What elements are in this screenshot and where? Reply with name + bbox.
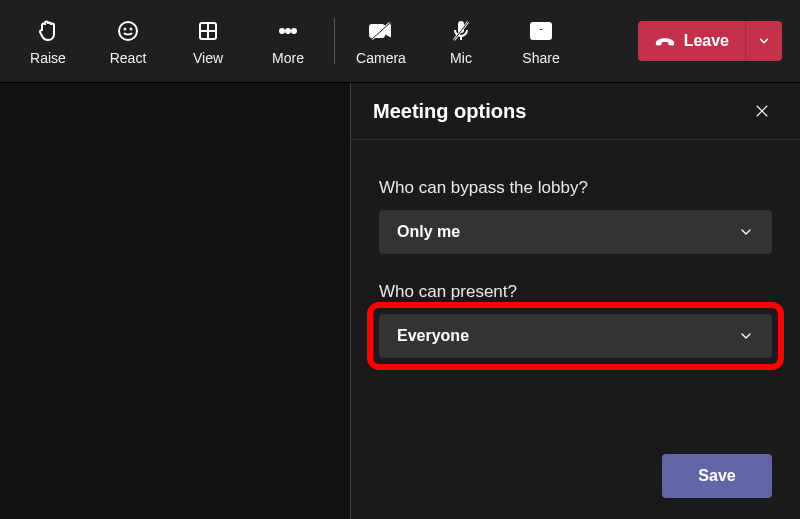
mic-off-icon [449, 16, 473, 46]
who-can-present-value: Everyone [397, 327, 469, 345]
who-can-present-dropdown[interactable]: Everyone [379, 314, 772, 358]
hand-icon [36, 16, 60, 46]
chevron-down-icon [757, 34, 771, 48]
leave-options-button[interactable] [745, 21, 782, 61]
share-button[interactable]: Share [501, 11, 581, 71]
mic-label: Mic [450, 50, 472, 66]
svg-point-7 [286, 29, 290, 33]
leave-label: Leave [684, 32, 729, 50]
chevron-down-icon [738, 328, 754, 344]
leave-button-group: Leave [638, 21, 782, 61]
view-button[interactable]: View [168, 11, 248, 71]
lobby-bypass-dropdown[interactable]: Only me [379, 210, 772, 254]
grid-icon [196, 16, 220, 46]
close-panel-button[interactable] [750, 99, 774, 123]
meeting-toolbar: Raise React View [0, 0, 800, 83]
mic-button[interactable]: Mic [421, 11, 501, 71]
ellipsis-icon [276, 16, 300, 46]
lobby-bypass-label: Who can bypass the lobby? [379, 178, 772, 198]
svg-point-2 [131, 29, 132, 30]
more-button[interactable]: More [248, 11, 328, 71]
panel-header: Meeting options [351, 83, 800, 140]
share-label: Share [522, 50, 559, 66]
smile-icon [116, 16, 140, 46]
save-button[interactable]: Save [662, 454, 772, 498]
close-icon [753, 102, 771, 120]
camera-off-icon [368, 16, 394, 46]
raise-hand-button[interactable]: Raise [8, 11, 88, 71]
toolbar-separator [334, 18, 335, 64]
react-label: React [110, 50, 147, 66]
annotation-highlight: Everyone [367, 302, 784, 370]
meeting-options-panel: Meeting options Who can bypass the lobby… [350, 83, 800, 519]
present-label: Who can present? [379, 282, 772, 302]
svg-point-1 [125, 29, 126, 30]
chevron-down-icon [738, 224, 754, 240]
view-label: View [193, 50, 223, 66]
lobby-bypass-value: Only me [397, 223, 460, 241]
leave-button[interactable]: Leave [638, 21, 745, 61]
svg-point-6 [280, 29, 284, 33]
more-label: More [272, 50, 304, 66]
react-button[interactable]: React [88, 11, 168, 71]
camera-button[interactable]: Camera [341, 11, 421, 71]
share-screen-icon [528, 16, 554, 46]
raise-label: Raise [30, 50, 66, 66]
panel-title: Meeting options [373, 100, 526, 123]
content-area: Meeting options Who can bypass the lobby… [0, 83, 800, 519]
svg-point-8 [292, 29, 296, 33]
camera-label: Camera [356, 50, 406, 66]
svg-point-0 [119, 22, 137, 40]
hangup-icon [654, 30, 676, 52]
